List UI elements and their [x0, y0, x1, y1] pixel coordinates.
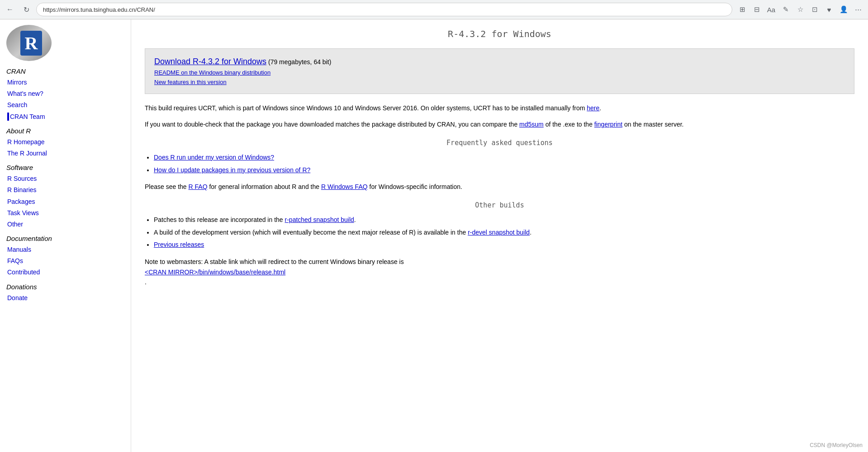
sidebar-item-donate[interactable]: Donate [6, 292, 124, 304]
immersive-reader-button[interactable]: ⊟ [750, 3, 763, 16]
patched-text-end: . [354, 216, 356, 223]
r-faq-link[interactable]: R FAQ [189, 183, 208, 190]
sidebar-item-search[interactable]: Search [6, 99, 124, 111]
documentation-section-title: Documentation [6, 235, 124, 242]
note-text-content: Note to webmasters: A stable link which … [145, 258, 404, 265]
download-link[interactable]: Download R-4.3.2 for Windows [154, 57, 266, 66]
reading-mode-button[interactable]: ⊞ [736, 3, 749, 16]
checksum-text-end: on the master server. [622, 121, 683, 128]
previous-releases-item: Previous releases [154, 240, 854, 250]
ucrt-text-start: This build requires UCRT, which is part … [145, 104, 587, 112]
faq-item-2: How do I update packages in my previous … [154, 165, 854, 176]
faq-info-mid: for general information about R and the [208, 183, 321, 190]
download-size: (79 megabytes, 64 bit) [268, 58, 331, 66]
sidebar-item-contributed[interactable]: Contributed [6, 267, 124, 278]
devel-text-start: A build of the development version (whic… [154, 229, 468, 236]
browser-actions: ⊞ ⊟ Aa ✎ ☆ ⊡ ♥ 👤 ⋯ [736, 3, 864, 16]
sidebar: R CRAN Mirrors What's new? Search CRAN T… [0, 19, 131, 452]
fingerprint-link[interactable]: fingerprint [594, 121, 622, 128]
faq-item-1: Does R run under my version of Windows? [154, 152, 854, 163]
faq2-link[interactable]: How do I update packages in my previous … [154, 166, 310, 174]
collections-button[interactable]: ⊡ [808, 3, 821, 16]
webmaster-note: Note to webmasters: A stable link which … [145, 257, 854, 287]
r-logo-oval: R [6, 25, 52, 61]
sidebar-item-other[interactable]: Other [6, 219, 124, 230]
sidebar-item-r-sources[interactable]: R Sources [6, 173, 124, 184]
sidebar-item-packages[interactable]: Packages [6, 196, 124, 207]
readme-link[interactable]: README on the Windows binary distributio… [154, 69, 845, 76]
software-section-title: Software [6, 164, 124, 171]
sidebar-item-cran-team[interactable]: CRAN Team [6, 111, 124, 122]
checksum-text-mid: of the .exe to the [544, 121, 594, 128]
r-windows-faq-link[interactable]: R Windows FAQ [321, 183, 368, 190]
page-container: R CRAN Mirrors What's new? Search CRAN T… [0, 19, 868, 452]
r-logo: R [6, 25, 124, 61]
checksum-paragraph: If you want to double-check that the pac… [145, 119, 854, 129]
previous-releases-link[interactable]: Previous releases [154, 241, 204, 248]
sidebar-item-manuals[interactable]: Manuals [6, 244, 124, 255]
browser-toolbar: ← ↻ ⊞ ⊟ Aa ✎ ☆ ⊡ ♥ 👤 ⋯ [0, 0, 868, 19]
refresh-button[interactable]: ↻ [20, 3, 33, 16]
faq-list: Does R run under my version of Windows? … [154, 152, 854, 176]
devel-build-item: A build of the development version (whic… [154, 227, 854, 238]
devel-text-end: . [530, 229, 531, 236]
sidebar-item-whats-new[interactable]: What's new? [6, 88, 124, 99]
here-link[interactable]: here [587, 104, 599, 112]
sidebar-item-mirrors[interactable]: Mirrors [6, 77, 124, 88]
sidebar-item-faqs[interactable]: FAQs [6, 255, 124, 267]
address-bar[interactable] [36, 3, 732, 16]
cran-section-title: CRAN [6, 67, 124, 75]
other-builds-list: Patches to this release are incorporated… [154, 215, 854, 250]
faq1-link[interactable]: Does R run under my version of Windows? [154, 154, 274, 161]
sidebar-item-r-journal[interactable]: The R Journal [6, 148, 124, 159]
main-content: R-4.3.2 for Windows Download R-4.3.2 for… [131, 19, 868, 452]
md5sum-link[interactable]: md5sum [519, 121, 544, 128]
favorites-button[interactable]: ☆ [794, 3, 806, 16]
faq-info-end: for Windows-specific information. [368, 183, 462, 190]
menu-button[interactable]: ⋯ [852, 3, 864, 16]
patched-text-start: Patches to this release are incorporated… [154, 216, 285, 223]
faq-heading: Frequently asked questions [145, 139, 854, 147]
note-end: . [145, 278, 147, 286]
r-logo-letter: R [20, 31, 43, 56]
ucrt-text-end: . [599, 104, 601, 112]
sidebar-item-task-views[interactable]: Task Views [6, 207, 124, 219]
patched-build-item: Patches to this release are incorporated… [154, 215, 854, 226]
cran-mirror-link[interactable]: <CRAN MIRROR>/bin/windows/base/release.h… [145, 267, 854, 277]
faq-info-start: Please see the [145, 183, 189, 190]
page-title: R-4.3.2 for Windows [145, 28, 854, 39]
profile-button[interactable]: 👤 [837, 3, 850, 16]
r-devel-link[interactable]: r-devel snapshot build [468, 229, 530, 236]
new-features-link[interactable]: New features in this version [154, 79, 845, 85]
download-box: Download R-4.3.2 for Windows (79 megabyt… [145, 48, 854, 94]
faq-info-paragraph: Please see the R FAQ for general informa… [145, 182, 854, 192]
sidebar-item-r-homepage[interactable]: R Homepage [6, 137, 124, 148]
ucrt-paragraph: This build requires UCRT, which is part … [145, 103, 854, 113]
r-patched-link[interactable]: r-patched snapshot build [285, 216, 354, 223]
back-button[interactable]: ← [4, 3, 16, 16]
sidebar-item-r-binaries[interactable]: R Binaries [6, 184, 124, 196]
browser-chrome: ← ↻ ⊞ ⊟ Aa ✎ ☆ ⊡ ♥ 👤 ⋯ [0, 0, 868, 19]
extensions-button[interactable]: ♥ [823, 3, 835, 16]
watermark: CSDN @MorleyOlsen [810, 442, 863, 448]
about-r-section-title: About R [6, 127, 124, 135]
add-notes-button[interactable]: ✎ [779, 3, 792, 16]
checksum-text-start: If you want to double-check that the pac… [145, 121, 519, 128]
other-builds-heading: Other builds [145, 201, 854, 209]
donations-section-title: Donations [6, 283, 124, 291]
reader-view-button[interactable]: Aa [765, 3, 778, 16]
download-line: Download R-4.3.2 for Windows (79 megabyt… [154, 57, 845, 66]
active-indicator [7, 113, 9, 121]
